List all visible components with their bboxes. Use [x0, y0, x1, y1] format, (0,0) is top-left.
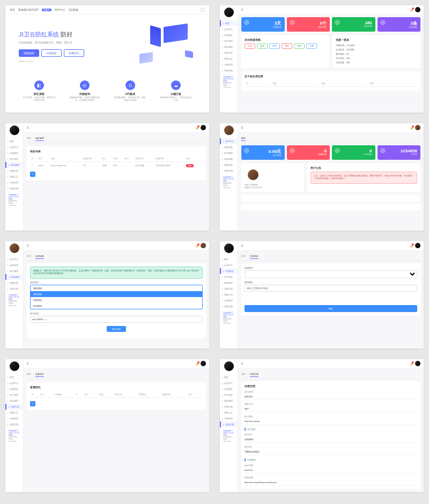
menu-icon[interactable]: ≡ [27, 362, 29, 365]
footer: Copyright © 2022 JI卫云防红版权所有 rights reser… [220, 174, 238, 191]
qn-docs[interactable]: 文档 [306, 43, 317, 49]
page-1[interactable]: 1 [30, 401, 35, 406]
sidebar: 首页 会员中心 生成防红 用户信息 域名管理 浏览日志 系统公告 卡密充值 对接… [220, 359, 238, 492]
menu-icon[interactable]: ≡ [241, 244, 243, 247]
nav-agent[interactable]: 想做我们的代理? [18, 8, 39, 11]
buy-button[interactable]: 现在购买 [19, 49, 39, 57]
sidebar: 首页 会员中心 生成防红 用户信息 域名管理 浏览日志 系统公告 卡密充值 对接… [5, 123, 24, 231]
stat-links: 0短链数量 [287, 145, 330, 160]
sidebar: 用户中心 我的信息 账户管理 添加短链 短链列表 对接文档 Copyright … [5, 241, 24, 349]
qn-generate[interactable]: 生成 [245, 43, 255, 49]
view-list-page: 首页 会员中心 生成防红 用户信息 域名管理 浏览日志 系统公告 卡密充值 对接… [5, 359, 209, 492]
menu-icon[interactable]: ≡ [27, 244, 29, 247]
close-icon[interactable]: × [199, 269, 200, 271]
sidebar-docs[interactable]: 对接文档 [220, 68, 238, 73]
free-button[interactable]: 免费防红 [64, 49, 84, 57]
sidebar-logs[interactable]: 浏览日志 [220, 50, 238, 56]
sidebar-home[interactable]: 首页 [220, 20, 238, 26]
clock-icon [244, 20, 249, 25]
sidebar-notice[interactable]: 系统公告 [220, 56, 238, 62]
sidebar: 首页 会员中心 生成防红 用户信息 域名管理 浏览日志 系统公告 卡密充值 对接… [5, 359, 24, 492]
code-icon: ⟨⟩ [125, 80, 135, 90]
user-dashboard: 用户中心 我的信息 账户管理 添加短链 短链列表 对接文档 Copyright … [220, 123, 424, 231]
sidebar: 首页 会员中心 生成防红 用户信息 域名管理 浏览日志 系统公告 卡密充值 对接… [220, 241, 238, 349]
stat-today: 0今日访问 [332, 145, 375, 160]
topbar-avatar[interactable] [201, 361, 206, 366]
qn-recharge[interactable]: 充值 [269, 43, 280, 49]
mode-select[interactable] [245, 270, 417, 278]
chart-icon [335, 20, 340, 25]
notice-alert: 公告：欢迎卫士防封短链系统。如需沟通服务请联系客服，请联系管理员。系统会不定时调… [310, 172, 417, 184]
table-row: 1adminwww.example.com7天正常永久—永久/无限2022-09… [31, 163, 202, 168]
list-icon [380, 20, 386, 25]
sidebar-userinfo[interactable]: 用户信息 [220, 38, 238, 44]
menu-icon[interactable]: ≡ [241, 362, 243, 365]
mode-select[interactable]: 随机跳转 随机跳转 指定域名 备用跳转 [30, 285, 203, 309]
stat-logs: 2条日志条数 [378, 17, 421, 32]
topbar-avatar[interactable] [415, 243, 420, 248]
recent-records: 近十条生成记录 ID网址域名时间 [241, 71, 420, 91]
qn-domain[interactable]: 域名 [282, 43, 292, 49]
cloud-icon: ☁ [171, 80, 181, 90]
submit-button[interactable]: 确认 [245, 305, 417, 312]
qn-logs[interactable]: 日志 [294, 43, 305, 49]
feature-cloud: ☁云端方案本系统采用阿里云，飞快稳定进行工作 [160, 80, 192, 102]
qn-query[interactable]: 查询 [257, 43, 268, 49]
landing-page: 首页 想做我们的代理? 招募中 用户中心 QQ客服 JI卫云防红系统 防封 已日… [5, 5, 209, 113]
footer: Copyright © 2022 JI卫云防红版权所有 rights reser… [220, 309, 238, 327]
topbar-avatar[interactable] [415, 361, 420, 366]
bell-icon[interactable]: 🔔 [410, 127, 413, 129]
link-icon [290, 20, 295, 25]
sidebar-domain[interactable]: 域名管理 [220, 44, 238, 50]
beta-badge: 招募中 [42, 9, 51, 11]
hero-subtitle: 已日趋成熟，捍卫内容被打开，拥你一臂之力 [19, 41, 126, 44]
shield-icon: ◧ [34, 80, 44, 90]
nav-qq[interactable]: QQ客服 [69, 8, 78, 11]
delete-button[interactable]: 删除 [186, 164, 194, 167]
sidebar: 首页 会员中心 生成防红 用户信息 域名管理 浏览日志 系统公告 卡密充值 对接… [220, 5, 238, 113]
avatar[interactable] [10, 125, 19, 135]
menu-icon[interactable]: ≡ [27, 126, 29, 129]
avatar[interactable] [10, 243, 19, 253]
nav-user[interactable]: 用户中心 [55, 8, 65, 11]
bell-icon[interactable]: 🔔 [410, 362, 413, 365]
sidebar-member[interactable]: 会员中心 [220, 26, 238, 32]
pricing-button[interactable]: 详细报价 [41, 49, 62, 57]
feature-antired: ◧防红系统不需托管，让业务持续。实时不用为防红烦恼 [23, 80, 55, 102]
avatar[interactable] [224, 125, 234, 135]
bell-icon[interactable]: 🔔 [196, 244, 198, 247]
nav-home[interactable]: 首页 [10, 8, 15, 11]
url-input[interactable] [245, 285, 417, 292]
sidebar-recharge[interactable]: 卡密充值 [220, 62, 238, 68]
bell-icon[interactable]: 🔔 [410, 9, 413, 11]
user-icon[interactable] [201, 8, 205, 12]
api-doc-list: 接口类型防红接口 请求方式GET 接口地址http://xxx.xx/api 必… [245, 390, 417, 486]
avatar[interactable] [224, 361, 234, 371]
profile-avatar [248, 169, 258, 180]
bell-icon[interactable]: 🔔 [410, 244, 413, 247]
profile-card: UID: 1234658 注册于 2022-07-22 [241, 163, 304, 192]
avatar[interactable] [224, 8, 234, 17]
page-1[interactable]: 1 [30, 172, 35, 177]
sidebar-generate[interactable]: 生成防红 [220, 32, 238, 38]
info-card: 信息一览表 到期时间：1123456 会员时长：3天到期 剩余域名：0个 今日访… [332, 35, 420, 68]
topbar-avatar[interactable] [201, 243, 206, 248]
records-table: ID用户原链接IP访问状态到期(天)到期(时)创建时间操作 [30, 391, 203, 399]
submit-button[interactable]: 确认生成 [107, 326, 126, 332]
stat-balance: 0.00元账户余额 [241, 145, 285, 160]
bell-icon[interactable]: 🔔 [196, 362, 198, 365]
topbar-avatar[interactable] [415, 125, 420, 130]
avatar[interactable] [224, 243, 234, 253]
domain-list-page: 首页 会员中心 生成防红 用户信息 域名管理 浏览日志 系统公告 卡密充值 对接… [5, 123, 209, 231]
scan-icon: ◎ [80, 80, 90, 90]
bell-icon[interactable]: 🔔 [196, 127, 198, 129]
menu-icon[interactable]: ≡ [241, 126, 243, 129]
menu-icon[interactable]: ≡ [241, 8, 243, 11]
avatar[interactable] [10, 361, 19, 371]
memo-input[interactable]: abc123456—— [30, 316, 203, 323]
features-row: ◧防红系统不需托管，让业务持续。实时不用为防红烦恼 ◎扫描查询实施查询功能，快速… [5, 76, 209, 110]
topbar-avatar[interactable] [415, 7, 420, 12]
demo-text: DEMO 1123456 [19, 60, 126, 63]
topbar: ≡🔔 [238, 5, 424, 14]
topbar-avatar[interactable] [201, 125, 206, 130]
